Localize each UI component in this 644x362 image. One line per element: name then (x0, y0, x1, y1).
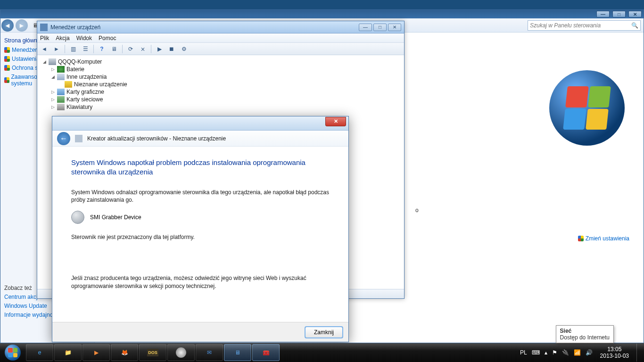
dm-toolbar: ◄ ► ▥ ☰ ? 🖥 ⟳ ⨯ ▶ ⏹ ⚙ (37, 43, 404, 55)
ie-icon: e (38, 349, 41, 356)
dm-title-text: Menedżer urządzeń (50, 24, 100, 31)
nav-forward-button[interactable]: ► (16, 19, 28, 32)
wiz-heading: System Windows napotkał problem podczas … (71, 158, 330, 177)
task-app1[interactable] (167, 344, 195, 361)
task-control-panel[interactable]: 🖥 (224, 344, 251, 361)
close-button[interactable]: ✕ (628, 11, 642, 17)
stray-text: o (415, 207, 419, 214)
task-thunderbird[interactable]: ✉ (196, 344, 223, 361)
wiz-header: ← Kreator aktualizacji sterowników - Nie… (52, 131, 348, 147)
maximize-button[interactable]: □ (612, 11, 626, 17)
close-dialog-button[interactable]: Zamknij (305, 327, 343, 338)
device-icon (71, 211, 84, 224)
tree-batteries[interactable]: ▷Baterie (42, 66, 399, 73)
driver-wizard-dialog: ✕ ← Kreator aktualizacji sterowników - N… (52, 116, 349, 342)
search-input[interactable]: Szukaj w Panelu sterowania🔍 (528, 20, 641, 31)
wiz-footer: Zamknij (52, 322, 348, 342)
wiz-platform-text: Sterownik nie jest przeznaczony dla tej … (71, 233, 330, 241)
disc-icon (176, 347, 186, 358)
folder-icon: 📁 (65, 349, 72, 356)
windows-logo (549, 70, 625, 146)
task-explorer[interactable]: 📁 (54, 344, 82, 361)
device-tree: ◢QQQQ-Komputer ▷Baterie ◢Inne urządzenia… (37, 55, 404, 114)
dm-menubar: Plik Akcja Widok Pomoc (37, 33, 404, 43)
action-center-icon[interactable]: ⚑ (552, 349, 557, 356)
shield-icon (4, 47, 10, 53)
power-icon[interactable]: 🔌 (562, 349, 569, 356)
tool-properties-icon[interactable]: ☰ (80, 44, 91, 54)
tool-update-icon[interactable]: ⟳ (125, 44, 136, 54)
dosbox-icon: DOS (147, 349, 158, 356)
tool-disable-icon[interactable]: ⏹ (166, 44, 177, 54)
battery-icon (57, 66, 65, 73)
tool-forward-icon[interactable]: ► (51, 44, 62, 54)
task-device-manager[interactable]: 🧰 (252, 344, 280, 361)
show-desktop-button[interactable] (636, 344, 641, 362)
tool-legacy-icon[interactable]: ⚙ (179, 44, 189, 54)
lang-indicator[interactable]: PL (520, 349, 527, 356)
minimize-button[interactable]: — (359, 24, 372, 31)
dm-title-icon (40, 24, 48, 31)
tool-uninstall-icon[interactable]: ⨯ (138, 44, 148, 54)
menu-view[interactable]: Widok (76, 35, 92, 41)
start-button[interactable] (0, 343, 25, 362)
tool-back-icon[interactable]: ◄ (39, 44, 50, 54)
network-tooltip: Sieć Dostęp do Internetu (556, 325, 614, 343)
close-button[interactable]: ✕ (325, 117, 346, 126)
network-icon[interactable]: 📶 (574, 349, 581, 356)
tool-help-icon[interactable]: ? (97, 44, 107, 54)
tree-display-adapters[interactable]: ▷Karty graficzne (42, 88, 399, 96)
keyboard-icon (57, 104, 65, 110)
change-settings-link[interactable]: Zmień ustawienia (578, 235, 629, 242)
control-panel-icon: 🖥 (235, 349, 240, 356)
wmp-icon: ▶ (94, 349, 99, 356)
task-ie[interactable]: e (26, 344, 53, 361)
devmgr-icon: 🧰 (263, 349, 270, 356)
wiz-title-text: Kreator aktualizacji sterowników - Niezn… (87, 135, 226, 142)
shield-icon (4, 56, 10, 62)
shield-icon (578, 236, 584, 241)
wiz-titlebar[interactable]: ✕ (52, 116, 348, 131)
task-firefox[interactable]: 🦊 (111, 344, 138, 361)
device-row: SMI Grabber Device (71, 211, 330, 224)
unknown-device-icon (65, 81, 72, 88)
clock[interactable]: 13:05 2013-10-03 (597, 346, 632, 360)
dm-titlebar[interactable]: Menedżer urządzeń — □ ✕ (37, 21, 404, 33)
tool-scan-icon[interactable]: 🖥 (109, 44, 119, 54)
back-button[interactable]: ← (57, 132, 70, 145)
wiz-hint-text: Jeśli znasz producenta tego urządzenia, … (71, 274, 330, 290)
search-icon: 🔍 (631, 22, 638, 29)
task-wmp[interactable]: ▶ (83, 344, 110, 361)
volume-icon[interactable]: 🔊 (586, 349, 593, 356)
tree-network-adapters[interactable]: ▷Karty sieciowe (42, 96, 399, 103)
display-adapter-icon (57, 89, 65, 95)
cp-titlebar: — □ ✕ (0, 10, 644, 18)
menu-action[interactable]: Akcja (56, 35, 69, 41)
tree-root[interactable]: ◢QQQQ-Komputer (42, 58, 399, 66)
close-button[interactable]: ✕ (388, 24, 401, 31)
device-name: SMI Grabber Device (90, 214, 141, 221)
menu-file[interactable]: Plik (40, 35, 49, 41)
menu-help[interactable]: Pomoc (99, 35, 116, 41)
keyboard-tray-icon[interactable]: ⌨ (532, 349, 540, 356)
maximize-button[interactable]: □ (373, 24, 387, 31)
firefox-icon: 🦊 (121, 349, 128, 356)
tree-keyboards[interactable]: ▷Klawiatury (42, 103, 399, 111)
show-hidden-icon[interactable]: ▴ (545, 349, 547, 356)
tool-enable-icon[interactable]: ▶ (154, 44, 165, 54)
taskbar: e 📁 ▶ 🦊 DOS ✉ 🖥 🧰 PL ⌨ ▴ ⚑ 🔌 📶 🔊 13:05 2… (0, 343, 644, 362)
shield-icon (4, 65, 10, 71)
computer-icon (49, 58, 56, 65)
network-adapter-icon (57, 96, 65, 103)
thunderbird-icon: ✉ (207, 349, 212, 356)
task-dosbox[interactable]: DOS (139, 344, 166, 361)
wizard-icon (75, 135, 83, 142)
nav-back-button[interactable]: ◄ (1, 19, 14, 32)
wiz-found-text: System Windows odnalazł oprogramowanie s… (71, 189, 330, 205)
other-devices-icon (57, 74, 65, 80)
tool-show-hidden-icon[interactable]: ▥ (68, 44, 78, 54)
tree-unknown-device[interactable]: Nieznane urządzenie (42, 81, 399, 88)
shield-icon (4, 77, 9, 83)
tree-other-devices[interactable]: ◢Inne urządzenia (42, 73, 399, 81)
minimize-button[interactable]: — (596, 11, 610, 17)
